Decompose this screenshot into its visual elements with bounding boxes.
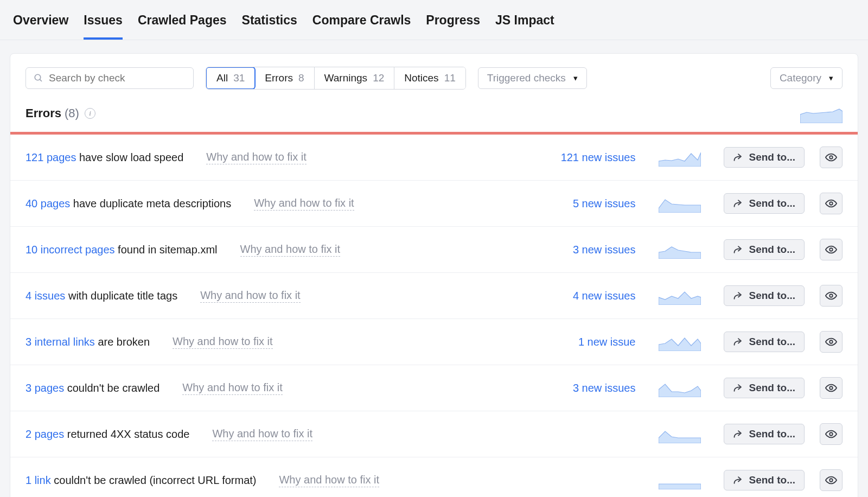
issue-row: 2 pages returned 4XX status code Why and… [10, 411, 858, 457]
svg-point-14 [829, 386, 833, 390]
issue-text: 10 incorrect pages found in sitemap.xml [25, 244, 218, 256]
triggered-checks-dropdown[interactable]: Triggered checks ▾ [478, 67, 587, 89]
issue-link[interactable]: 2 pages [25, 428, 64, 440]
fix-link[interactable]: Why and how to fix it [254, 197, 354, 211]
tab-js-impact[interactable]: JS Impact [495, 8, 554, 40]
view-button[interactable] [820, 285, 843, 307]
top-nav: Overview Issues Crawled Pages Statistics… [0, 0, 868, 40]
view-button[interactable] [820, 377, 843, 399]
view-button[interactable] [820, 469, 843, 491]
eye-icon [825, 245, 837, 254]
issue-rest: found in sitemap.xml [115, 244, 218, 256]
send-to-button[interactable]: Send to... [724, 332, 805, 352]
row-sparkline [659, 240, 701, 259]
issue-row: 3 pages couldn't be crawled Why and how … [10, 365, 858, 411]
new-issues-link[interactable]: 121 new issues [544, 151, 636, 164]
issue-text: 40 pages have duplicate meta description… [25, 197, 231, 210]
fix-link[interactable]: Why and how to fix it [173, 335, 273, 349]
issue-link[interactable]: 10 incorrect pages [25, 244, 115, 256]
send-to-label: Send to... [749, 336, 796, 348]
new-issues-link[interactable]: 1 new issue [544, 336, 636, 348]
issue-text: 4 issues with duplicate title tags [25, 290, 177, 302]
send-to-button[interactable]: Send to... [724, 193, 805, 214]
svg-line-1 [40, 79, 42, 81]
issue-row: 3 internal links are broken Why and how … [10, 319, 858, 365]
issue-link[interactable]: 3 internal links [25, 336, 95, 348]
svg-marker-7 [659, 247, 701, 259]
tab-issues[interactable]: Issues [84, 8, 123, 40]
svg-marker-17 [659, 484, 701, 489]
tab-statistics[interactable]: Statistics [242, 8, 297, 40]
new-issues-link[interactable]: 3 new issues [544, 244, 636, 256]
segment-count: 11 [444, 72, 456, 84]
svg-marker-5 [659, 200, 701, 213]
segment-all[interactable]: All 31 [206, 67, 256, 90]
tab-progress[interactable]: Progress [426, 8, 480, 40]
issue-row: 10 incorrect pages found in sitemap.xml … [10, 227, 858, 273]
fix-link[interactable]: Why and how to fix it [240, 243, 341, 257]
issue-row: 40 pages have duplicate meta description… [10, 181, 858, 227]
fix-link[interactable]: Why and how to fix it [182, 381, 283, 395]
new-issues-link[interactable]: 4 new issues [544, 290, 636, 302]
section-header: Errors (8) i [10, 100, 858, 131]
svg-marker-11 [659, 338, 701, 351]
send-to-button[interactable]: Send to... [724, 378, 805, 398]
issue-link[interactable]: 40 pages [25, 197, 70, 209]
view-button[interactable] [820, 423, 843, 445]
eye-icon [825, 430, 837, 438]
eye-icon [825, 476, 837, 485]
section-sparkline [800, 104, 843, 123]
new-issues-link[interactable]: 3 new issues [544, 382, 636, 394]
eye-icon [825, 291, 837, 300]
send-to-button[interactable]: Send to... [724, 239, 805, 260]
send-to-button[interactable]: Send to... [724, 147, 805, 168]
issue-text: 1 link couldn't be crawled (incorrect UR… [25, 474, 256, 487]
search-wrap [25, 67, 194, 89]
row-sparkline [659, 425, 701, 443]
view-button[interactable] [820, 331, 843, 353]
view-button[interactable] [820, 146, 843, 168]
segment-notices[interactable]: Notices 11 [394, 67, 465, 89]
segment-count: 8 [298, 72, 304, 84]
segment-errors[interactable]: Errors 8 [255, 67, 314, 89]
tab-crawled-pages[interactable]: Crawled Pages [138, 8, 227, 40]
issue-row: 1 link couldn't be crawled (incorrect UR… [10, 457, 858, 497]
fix-link[interactable]: Why and how to fix it [206, 151, 307, 164]
new-issues-link[interactable]: 5 new issues [544, 197, 636, 210]
send-to-label: Send to... [749, 244, 796, 256]
send-to-button[interactable]: Send to... [724, 470, 805, 490]
segment-label: All [216, 72, 228, 84]
share-arrow-icon [733, 291, 744, 301]
tab-compare-crawls[interactable]: Compare Crawls [312, 8, 411, 40]
filter-segments: All 31 Errors 8 Warnings 12 Notices 11 [206, 67, 466, 90]
send-to-button[interactable]: Send to... [724, 424, 805, 444]
search-input[interactable] [49, 72, 186, 84]
fix-link[interactable]: Why and how to fix it [200, 289, 301, 303]
share-arrow-icon [733, 152, 744, 162]
svg-point-16 [829, 432, 833, 436]
issue-row: 121 pages have slow load speed Why and h… [10, 135, 858, 181]
issue-text: 121 pages have slow load speed [25, 151, 183, 164]
issue-link[interactable]: 1 link [25, 474, 51, 486]
tab-overview[interactable]: Overview [13, 8, 68, 40]
svg-marker-15 [659, 431, 701, 443]
segment-count: 31 [233, 72, 245, 84]
segment-warnings[interactable]: Warnings 12 [315, 67, 395, 89]
view-button[interactable] [820, 193, 843, 214]
issue-rest: with duplicate title tags [65, 290, 177, 302]
send-to-label: Send to... [749, 428, 796, 440]
svg-point-10 [829, 294, 833, 297]
issue-link[interactable]: 121 pages [25, 151, 76, 163]
send-to-button[interactable]: Send to... [724, 285, 805, 306]
row-sparkline [659, 194, 701, 213]
issue-link[interactable]: 4 issues [25, 290, 65, 302]
category-dropdown[interactable]: Category ▾ [770, 67, 843, 89]
fix-link[interactable]: Why and how to fix it [212, 428, 312, 441]
fix-link[interactable]: Why and how to fix it [279, 474, 379, 487]
view-button[interactable] [820, 239, 843, 260]
svg-point-12 [829, 340, 833, 343]
issue-link[interactable]: 3 pages [25, 382, 64, 394]
send-to-label: Send to... [749, 197, 796, 209]
eye-icon [825, 384, 837, 392]
info-icon[interactable]: i [85, 108, 95, 119]
